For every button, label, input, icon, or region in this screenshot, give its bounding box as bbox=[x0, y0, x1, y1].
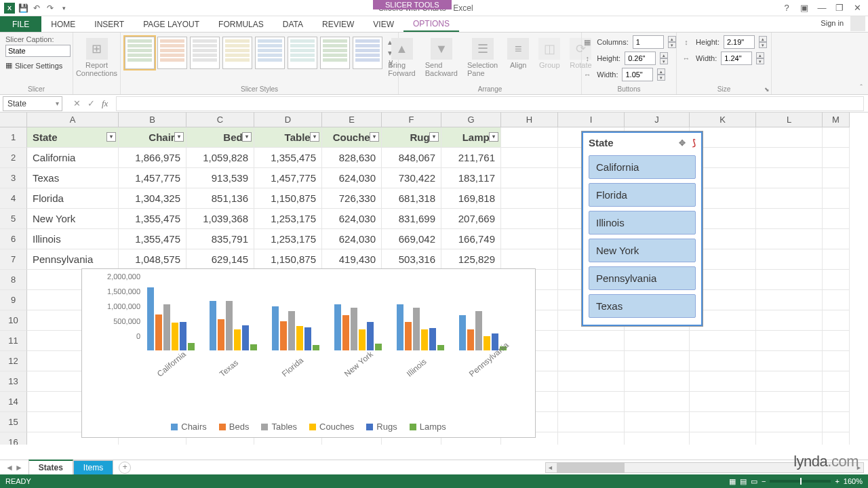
cell[interactable]: 1,253,175 bbox=[254, 229, 322, 249]
save-icon[interactable]: 💾 bbox=[18, 3, 28, 14]
row-header[interactable]: 1 bbox=[0, 127, 27, 148]
cell[interactable] bbox=[625, 392, 690, 412]
cell[interactable] bbox=[558, 432, 625, 445]
style-swatch[interactable] bbox=[157, 37, 187, 69]
cell[interactable] bbox=[756, 351, 823, 371]
cell[interactable] bbox=[690, 392, 756, 412]
column-header[interactable]: M bbox=[823, 113, 850, 127]
cell[interactable]: 125,829 bbox=[441, 249, 501, 270]
cell[interactable]: Illinois bbox=[27, 229, 119, 249]
slicer-styles-gallery[interactable]: ▴ ▾ ⊻ bbox=[123, 35, 395, 70]
filter-dropdown-icon[interactable]: ▾ bbox=[429, 132, 439, 142]
tab-page-layout[interactable]: PAGE LAYOUT bbox=[134, 16, 209, 32]
row-header[interactable]: 16 bbox=[0, 432, 27, 445]
cell[interactable] bbox=[823, 127, 850, 148]
slicer-settings-button[interactable]: ▦ Slicer Settings bbox=[5, 61, 67, 70]
sheet-nav-prev-icon[interactable]: ◄ bbox=[5, 463, 14, 472]
send-backward-button[interactable]: ▼Send Backward bbox=[421, 35, 462, 80]
cell[interactable]: 1,457,775 bbox=[119, 168, 186, 188]
spinner[interactable]: ▴▾ bbox=[657, 68, 665, 81]
cell[interactable]: 1,059,828 bbox=[186, 148, 254, 168]
view-normal-icon[interactable]: ▦ bbox=[729, 477, 736, 486]
cell[interactable] bbox=[501, 249, 558, 270]
zoom-level[interactable]: 160% bbox=[844, 477, 863, 485]
cell[interactable] bbox=[501, 127, 558, 148]
style-swatch[interactable] bbox=[255, 37, 285, 69]
size-height-input[interactable] bbox=[724, 35, 755, 49]
cell[interactable]: 835,791 bbox=[186, 229, 254, 249]
close-icon[interactable]: ✕ bbox=[849, 2, 865, 14]
cell[interactable] bbox=[823, 351, 850, 371]
cell[interactable] bbox=[823, 188, 850, 209]
row-header[interactable]: 11 bbox=[0, 331, 27, 351]
minimize-icon[interactable]: — bbox=[814, 2, 830, 14]
cell[interactable]: New York bbox=[27, 209, 119, 229]
cell[interactable]: Beds▾ bbox=[186, 127, 254, 148]
btn-height-input[interactable] bbox=[625, 52, 656, 65]
spinner[interactable]: ▴▾ bbox=[660, 52, 668, 64]
cell[interactable] bbox=[756, 331, 823, 351]
formula-input[interactable] bbox=[116, 96, 864, 111]
cell[interactable] bbox=[823, 290, 850, 310]
cell[interactable] bbox=[823, 432, 850, 445]
slicer-item[interactable]: Illinois bbox=[589, 211, 696, 235]
slicer-item[interactable]: Texas bbox=[589, 294, 696, 318]
filter-dropdown-icon[interactable]: ▾ bbox=[370, 132, 379, 142]
cell[interactable]: 1,150,875 bbox=[254, 249, 322, 270]
row-header[interactable]: 12 bbox=[0, 351, 27, 371]
cell[interactable] bbox=[558, 371, 625, 392]
spinner[interactable]: ▴▾ bbox=[759, 36, 767, 48]
slicer-item[interactable]: Pennsylvania bbox=[589, 266, 696, 290]
cell[interactable] bbox=[625, 331, 690, 351]
cell[interactable]: 1,304,325 bbox=[119, 188, 186, 209]
cell[interactable] bbox=[823, 392, 850, 412]
slicer-state[interactable]: State ✥ ⟆ CaliforniaFloridaIllinoisNew Y… bbox=[582, 131, 703, 326]
cell[interactable]: Florida bbox=[27, 188, 119, 209]
row-header[interactable]: 5 bbox=[0, 209, 27, 229]
row-header[interactable]: 9 bbox=[0, 290, 27, 310]
style-swatch[interactable] bbox=[288, 37, 317, 69]
cell[interactable]: 183,117 bbox=[441, 168, 501, 188]
cell[interactable]: 828,630 bbox=[322, 148, 382, 168]
row-header[interactable]: 8 bbox=[0, 270, 27, 290]
style-swatch[interactable] bbox=[353, 37, 382, 69]
redo-icon[interactable]: ↷ bbox=[45, 3, 56, 14]
cell[interactable] bbox=[756, 290, 823, 310]
cell[interactable] bbox=[823, 310, 850, 331]
slicer-caption-input[interactable] bbox=[5, 45, 71, 57]
undo-icon[interactable]: ↶ bbox=[31, 3, 42, 14]
cell[interactable]: Rugs▾ bbox=[382, 127, 441, 148]
tab-home[interactable]: HOME bbox=[41, 16, 85, 32]
sign-in-link[interactable]: Sign in bbox=[814, 16, 850, 32]
row-header[interactable]: 3 bbox=[0, 168, 27, 188]
cell[interactable]: 851,136 bbox=[186, 188, 254, 209]
cell[interactable] bbox=[690, 371, 756, 392]
dialog-launcher-icon[interactable]: ⬊ bbox=[764, 86, 770, 93]
cell[interactable]: 726,330 bbox=[322, 188, 382, 209]
cell[interactable] bbox=[690, 412, 756, 432]
cell[interactable]: Tables▾ bbox=[254, 127, 322, 148]
column-header[interactable]: H bbox=[501, 113, 558, 127]
column-header[interactable]: J bbox=[625, 113, 690, 127]
cell[interactable]: 169,818 bbox=[441, 188, 501, 209]
restore-icon[interactable]: ❐ bbox=[831, 2, 848, 14]
cell[interactable] bbox=[756, 229, 823, 249]
columns-input[interactable] bbox=[633, 35, 664, 49]
cell[interactable]: Texas bbox=[27, 168, 119, 188]
btn-width-input[interactable] bbox=[622, 68, 653, 81]
cell[interactable] bbox=[823, 168, 850, 188]
cell[interactable]: 624,030 bbox=[322, 168, 382, 188]
row-header[interactable]: 7 bbox=[0, 249, 27, 270]
cell[interactable] bbox=[756, 249, 823, 270]
cell[interactable] bbox=[823, 412, 850, 432]
cell[interactable] bbox=[501, 188, 558, 209]
cell[interactable]: 624,030 bbox=[322, 209, 382, 229]
cell[interactable] bbox=[756, 371, 823, 392]
cell[interactable]: 1,355,475 bbox=[119, 209, 186, 229]
zoom-slider[interactable] bbox=[770, 480, 831, 483]
cell[interactable]: 730,422 bbox=[382, 168, 441, 188]
sheet-tab-states[interactable]: States bbox=[28, 460, 73, 474]
row-header[interactable]: 4 bbox=[0, 188, 27, 209]
help-icon[interactable]: ? bbox=[778, 2, 795, 14]
column-header[interactable]: D bbox=[254, 113, 322, 127]
